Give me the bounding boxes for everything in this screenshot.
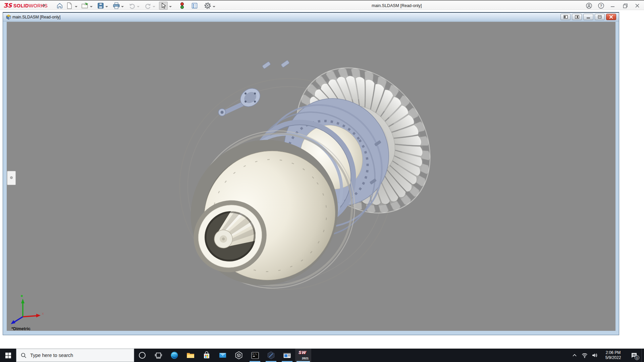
document-titlebar[interactable]: main.SLDASM [Read-only]: [3, 13, 619, 21]
menu-expand-arrow-icon[interactable]: [43, 4, 45, 7]
taskbar-task-view[interactable]: [150, 349, 166, 362]
open-folder-icon: [81, 2, 89, 9]
svg-text:C:\: C:\: [253, 353, 257, 356]
home-button[interactable]: [55, 2, 64, 10]
app-title: main.SLDASM [Read-only]: [372, 3, 422, 8]
file-properties-button[interactable]: [190, 2, 199, 10]
taskbar-3d-viewer[interactable]: [231, 349, 247, 362]
tray-time: 2:06 PM: [606, 350, 621, 355]
undo-dropdown[interactable]: [137, 5, 140, 8]
tray-volume-button[interactable]: [590, 349, 600, 362]
taskbar-search-input[interactable]: Type here to search: [16, 349, 134, 362]
taskbar-mail[interactable]: [215, 349, 231, 362]
doc-restore-button[interactable]: [595, 14, 605, 20]
pane-right-icon: [575, 15, 579, 19]
graphics-viewport[interactable]: x *Dimetric: [7, 22, 615, 331]
triad-x-label: x: [42, 311, 44, 315]
doc-close-icon: [609, 15, 613, 19]
panel-tab-dot-icon: [10, 176, 13, 179]
redo-dropdown[interactable]: [152, 5, 156, 8]
tray-notification-button[interactable]: 1: [627, 349, 641, 362]
new-document-button[interactable]: [65, 2, 74, 10]
options-button[interactable]: [203, 2, 212, 10]
taskbar: Type here to search: [0, 349, 644, 362]
document-title: main.SLDASM [Read-only]: [12, 15, 60, 19]
show-desktop-button[interactable]: [641, 349, 644, 362]
select-cursor-icon: [160, 2, 166, 9]
tray-date: 5/9/2022: [605, 355, 621, 360]
doc-minimize-button[interactable]: [583, 14, 593, 20]
print-dropdown[interactable]: [121, 5, 124, 8]
select-dropdown[interactable]: [169, 5, 172, 8]
taskbar-microsoft-store[interactable]: [199, 349, 215, 362]
account-button[interactable]: [584, 2, 594, 10]
doc-restore-icon: [598, 15, 602, 19]
redo-icon: [145, 2, 151, 9]
task-view-icon: [154, 351, 162, 359]
print-button[interactable]: [112, 2, 121, 10]
solidworks-2021-icon: SW 2021: [298, 350, 309, 361]
microsoft-store-icon: [203, 351, 211, 359]
taskbar-command-prompt[interactable]: C:\: [247, 349, 263, 362]
minimize-icon: [610, 3, 615, 8]
gear-icon: [204, 2, 211, 9]
rebuild-button[interactable]: [178, 2, 186, 10]
tray-hidden-icons-button[interactable]: [570, 349, 580, 362]
wifi-icon: [581, 352, 588, 359]
home-icon: [56, 2, 63, 9]
redo-button[interactable]: [144, 2, 152, 10]
search-icon: [21, 353, 26, 358]
account-icon: [586, 2, 592, 9]
save-button[interactable]: [96, 2, 105, 10]
taskbar-file-explorer[interactable]: [182, 349, 199, 362]
taskbar-hexagon-app[interactable]: [263, 349, 279, 362]
pane-right-button[interactable]: [572, 14, 582, 20]
edge-icon: [170, 351, 179, 360]
restore-button[interactable]: [621, 2, 630, 10]
restore-icon: [623, 3, 628, 8]
notification-count-badge: 1: [635, 355, 639, 360]
app-titlebar: ƷS SOLIDWORKS: [0, 0, 644, 10]
hexagon-app-icon: [267, 351, 275, 360]
3d-viewer-icon: [234, 351, 243, 360]
undo-icon: [129, 2, 136, 9]
cortana-icon: [138, 351, 146, 359]
document-window: main.SLDASM [Read-only]: [3, 12, 619, 335]
doc-minimize-icon: [586, 15, 590, 19]
help-icon: ?: [598, 2, 604, 9]
start-button[interactable]: [0, 349, 16, 362]
solidworks-logo: ƷS SOLIDWORKS: [3, 2, 48, 9]
file-properties-icon: [191, 2, 198, 9]
search-placeholder: Type here to search: [30, 353, 73, 358]
feature-tree-collapsed-tab[interactable]: [7, 171, 16, 185]
taskbar-empty-area: [311, 349, 570, 362]
taskbar-cortana[interactable]: [134, 349, 150, 362]
new-document-dropdown[interactable]: [74, 5, 78, 8]
minimize-button[interactable]: [608, 2, 618, 10]
file-explorer-icon: [186, 351, 195, 360]
undo-button[interactable]: [128, 2, 137, 10]
doc-close-button[interactable]: [606, 14, 616, 20]
pane-left-button[interactable]: [560, 14, 571, 20]
taskbar-system-app[interactable]: [279, 349, 295, 362]
tray-clock[interactable]: 2:06 PM 5/9/2022: [600, 349, 627, 362]
traffic-light-icon: [180, 2, 184, 9]
windows-logo-icon: [5, 353, 11, 358]
pane-left-icon: [564, 15, 568, 19]
open-button[interactable]: [80, 2, 89, 10]
save-floppy-icon: [97, 2, 104, 9]
new-document-icon: [66, 2, 72, 9]
open-dropdown[interactable]: [90, 5, 93, 8]
help-button[interactable]: ?: [596, 2, 606, 10]
taskbar-solidworks[interactable]: SW 2021: [295, 349, 311, 362]
taskbar-edge[interactable]: [166, 349, 182, 362]
svg-text:?: ?: [600, 4, 602, 8]
save-dropdown[interactable]: [105, 5, 108, 8]
close-icon: [635, 3, 640, 8]
options-dropdown[interactable]: [212, 5, 216, 8]
command-prompt-icon: C:\: [251, 351, 259, 360]
volume-icon: [591, 352, 598, 359]
close-button[interactable]: [633, 2, 642, 10]
select-tool-button[interactable]: [159, 2, 168, 10]
tray-network-button[interactable]: [580, 349, 590, 362]
